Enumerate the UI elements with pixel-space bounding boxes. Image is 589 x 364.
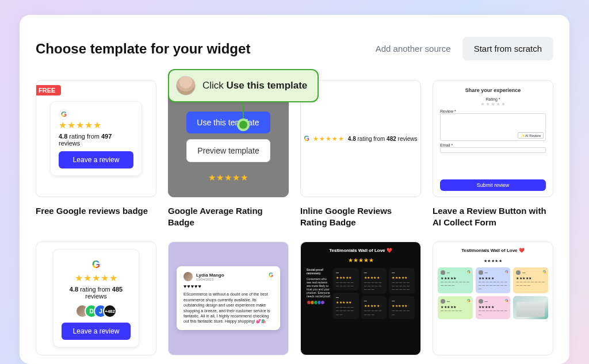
review-textarea[interactable]: ✨ AI Review: [440, 113, 546, 141]
badge-preview: G ★★★★★ 4.8 rating from 485 reviews D J …: [53, 249, 139, 347]
star-rating-icon: ★★★★★: [62, 273, 131, 283]
header-actions: Add another source Start from scratch: [376, 37, 553, 60]
google-icon: G: [304, 135, 309, 143]
star-rating-empty-icon: ★★★★★: [440, 101, 546, 107]
wall-grid: —G★★★★★— — — — — — — — — — — — —G★★★★★— …: [438, 267, 548, 319]
template-title: Free Google reviews badge: [36, 205, 156, 217]
template-title: Leave a Review Button with AI Collect Fo…: [433, 205, 553, 229]
wall-grid: Social proof necessary Customers who see…: [307, 268, 415, 354]
hover-actions: Use this template Preview template: [186, 112, 270, 162]
form-rating-label: Rating *: [440, 97, 546, 101]
google-icon: G: [543, 270, 546, 274]
template-card-inline-rating[interactable]: G ★★★★★ 4.8 rating from 482 reviews Inli…: [300, 80, 421, 229]
google-icon: G: [59, 109, 69, 120]
rating-text: 4.8 rating from 497 reviews: [59, 133, 133, 147]
review-body: EScommerce is without a doubt one of the…: [183, 292, 273, 324]
form-preview: Share your experience Rating * ★★★★★ Rev…: [433, 81, 553, 197]
add-another-source-link[interactable]: Add another source: [376, 44, 451, 53]
wall-title: Testimonials Wall of Love ❤️: [438, 248, 548, 253]
form-title: Share your experience: [440, 87, 546, 93]
email-field[interactable]: [440, 147, 546, 153]
template-card-wall-dark[interactable]: Testimonials Wall of Love ❤️ ★★★★★ Socia…: [300, 242, 421, 355]
template-card-free-google-badge[interactable]: FREE G ★★★★★ 4.8 rating from 497 reviews…: [36, 80, 156, 229]
template-title: Google Average Rating Badge: [168, 205, 289, 229]
tutorial-text: Click Use this template: [202, 80, 307, 91]
callout-target-dot: [237, 118, 250, 131]
badge-preview: G ★★★★★ 4.8 rating from 497 reviews Leav…: [50, 101, 142, 176]
testimonial-photo: [513, 296, 548, 319]
google-icon: G: [505, 298, 508, 302]
header: Choose template for your widget Add anot…: [36, 37, 553, 60]
leave-review-button[interactable]: Leave a review: [62, 323, 131, 340]
template-thumbnail: G ★★★★★ 4.8 rating from 485 reviews D J …: [36, 242, 156, 355]
preview-template-button[interactable]: Preview template: [186, 139, 270, 162]
testimonial-card: —G★★★★★— — — — — — — — — — — —: [438, 267, 473, 294]
review-date: 13/04/2023: [196, 278, 224, 281]
testimonial-card: —★★★★★— — — — — — — —: [361, 296, 387, 319]
star-rating-icon: ★★★★★: [208, 173, 248, 183]
template-card-wall-light[interactable]: Testimonials Wall of Love ❤️ ★★★★★ —G★★★…: [433, 242, 553, 355]
template-grid: FREE G ★★★★★ 4.8 rating from 497 reviews…: [36, 80, 553, 355]
free-badge: FREE: [36, 85, 61, 95]
template-thumbnail: Testimonials Wall of Love ❤️ ★★★★★ —G★★★…: [433, 242, 553, 355]
testimonial-card: —G★★★★★— — — — — — — — —: [476, 296, 511, 319]
form-email-label: Email *: [440, 143, 546, 147]
leave-review-button[interactable]: Leave a review: [59, 151, 133, 168]
google-icon: G: [505, 270, 508, 274]
google-icon: G: [269, 272, 273, 278]
template-card-ai-collect-form[interactable]: Share your experience Rating * ★★★★★ Rev…: [433, 80, 553, 229]
start-from-scratch-button[interactable]: Start from scratch: [462, 37, 553, 60]
star-rating-icon: ★★★★★: [484, 259, 503, 263]
testimonial-card: —★★★★★— — — — — — — — — —: [333, 268, 359, 291]
testimonial-card: —G★★★★★— — — — — — — — — — — — — — — — —: [476, 267, 511, 294]
template-picker-panel: Choose template for your widget Add anot…: [20, 15, 569, 364]
star-rating-icon: ★★★★★: [59, 120, 133, 131]
testimonial-card: —★★★★★— — — — — — — — — — — — —: [361, 268, 387, 294]
google-icon: G: [467, 270, 470, 274]
star-rating-icon: ★★★★★: [348, 257, 374, 263]
template-thumbnail: Testimonials Wall of Love ❤️ ★★★★★ Socia…: [300, 242, 421, 355]
wall-title: Testimonials Wall of Love ❤️: [307, 248, 415, 253]
submit-review-button[interactable]: Submit review: [440, 179, 546, 191]
google-icon: G: [467, 298, 470, 302]
tutor-avatar: [176, 76, 196, 95]
inline-rating-preview: G ★★★★★ 4.8 rating from 482 reviews: [304, 135, 418, 143]
template-card-badge-avatars[interactable]: G ★★★★★ 4.8 rating from 485 reviews D J …: [36, 242, 156, 355]
ai-review-button[interactable]: ✨ AI Review: [518, 132, 544, 139]
template-thumbnail: Share your experience Rating * ★★★★★ Rev…: [433, 80, 553, 197]
avatar-more: +482: [103, 304, 117, 318]
testimonial-card: —G★★★★★— — — — — —: [438, 296, 473, 319]
avatar: [183, 272, 193, 281]
avatars-row: [307, 300, 331, 305]
template-card-review-card[interactable]: Lydia Mango 13/04/2023 G ♥♥♥♥♥ EScommerc…: [168, 242, 289, 355]
tutorial-callout: Click Use this template: [168, 69, 319, 102]
social-proof-column: Social proof necessary Customers who see…: [307, 268, 331, 354]
rating-text: 4.8 rating from 485 reviews: [62, 286, 131, 300]
use-this-template-button[interactable]: Use this template: [186, 112, 270, 133]
avatars-row: D J +482: [62, 304, 131, 318]
template-thumbnail: FREE G ★★★★★ 4.8 rating from 497 reviews…: [36, 80, 156, 197]
template-title: Inline Google Reviews Rating Badge: [300, 205, 421, 229]
page-title: Choose template for your widget: [36, 41, 250, 57]
rating-text: 4.8 rating from 482 reviews: [348, 136, 418, 142]
testimonial-card: —★★★★★— — — — — —: [389, 296, 415, 319]
testimonial-card: —★★★★★— — — — — — — — — — — — — — —: [389, 268, 415, 294]
form-review-label: Review *: [440, 109, 546, 113]
star-rating-icon: ★★★★★: [313, 135, 345, 143]
reviewer-name: Lydia Mango: [196, 273, 224, 278]
hearts-rating-icon: ♥♥♥♥♥: [183, 283, 273, 289]
testimonial-card: —★★★★★— — — — — — — — — — — —: [333, 293, 359, 319]
template-thumbnail: Lydia Mango 13/04/2023 G ♥♥♥♥♥ EScommerc…: [168, 242, 289, 355]
testimonial-card: —G★★★★★— — — — — — — — — — — —: [513, 267, 548, 294]
review-card-preview: Lydia Mango 13/04/2023 G ♥♥♥♥♥ EScommerc…: [177, 266, 280, 330]
template-thumbnail: G ★★★★★ 4.8 rating from 482 reviews: [300, 80, 421, 197]
google-icon: G: [88, 256, 104, 273]
